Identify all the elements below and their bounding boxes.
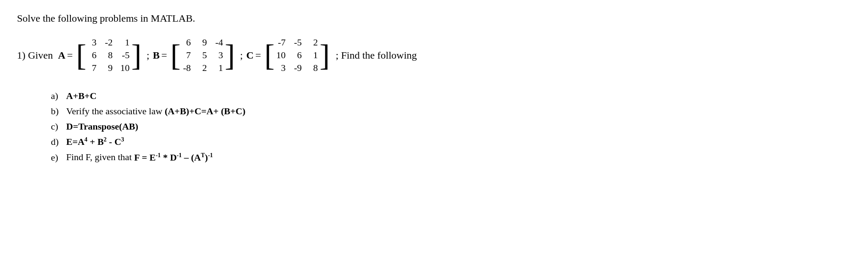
cell-b-11: 5: [199, 50, 207, 61]
matrix-b-eq: =: [161, 50, 167, 61]
sub-text-a: A+B+C: [66, 90, 97, 102]
cell-a-12: -5: [121, 50, 130, 61]
matrix-b: [ 6 9 -4 7 5 3 -8 2 1 ]: [171, 37, 235, 73]
separator-bc: ;: [240, 50, 243, 61]
matrix-a-label: A: [58, 50, 65, 61]
sub-item-c: c) D=Transpose(AB): [51, 121, 851, 132]
matrix-a-bracket-left: [: [76, 40, 87, 71]
matrix-b-cells: 6 9 -4 7 5 3 -8 2 1: [182, 37, 223, 73]
intro-label: Solve the following problems in MATLAB.: [17, 13, 195, 24]
sub-text-b: Verify the associative law (A+B)+C=A+ (B…: [66, 106, 246, 117]
cell-b-22: 1: [215, 62, 223, 73]
sub-label-e: e): [51, 152, 61, 163]
cell-c-22: 8: [309, 62, 318, 73]
matrix-b-bracket-right: ]: [225, 40, 235, 71]
sub-text-e: Find F, given that F = E-1 * D-1 – (AT)-…: [66, 152, 213, 163]
cell-b-21: 2: [199, 62, 207, 73]
cell-a-01: -2: [104, 37, 113, 48]
cell-b-10: 7: [182, 50, 191, 61]
separator-ab: ;: [147, 50, 150, 61]
cell-a-02: 1: [121, 37, 130, 48]
sub-item-d: d) E=A4 + B2 - C3: [51, 136, 851, 147]
cell-b-00: 6: [182, 37, 191, 48]
cell-c-21: -9: [293, 62, 302, 73]
find-text: ; Find the following: [336, 50, 417, 61]
intro-text: Solve the following problems in MATLAB.: [17, 13, 851, 24]
problem-1: 1) Given A = [ 3 -2 1 6 8 -5 7 9 10 ] ; …: [17, 37, 851, 73]
cell-a-22: 10: [120, 62, 130, 73]
cell-b-20: -8: [182, 62, 191, 73]
cell-c-10: 10: [276, 50, 286, 61]
matrix-c: [ -7 -5 2 10 6 1 3 -9 8 ]: [264, 37, 330, 73]
cell-b-01: 9: [199, 37, 207, 48]
sub-item-a: a) A+B+C: [51, 90, 851, 102]
cell-a-10: 6: [88, 50, 97, 61]
cell-c-02: 2: [309, 37, 318, 48]
cell-c-01: -5: [293, 37, 302, 48]
sub-label-d: d): [51, 136, 61, 147]
sub-item-e: e) Find F, given that F = E-1 * D-1 – (A…: [51, 152, 851, 163]
sub-text-c: D=Transpose(AB): [66, 121, 138, 132]
matrix-c-bracket-right: ]: [319, 40, 330, 71]
sub-label-a: a): [51, 90, 61, 102]
matrix-a-eq: =: [67, 50, 73, 61]
cell-c-20: 3: [277, 62, 286, 73]
matrix-c-label: C: [246, 50, 253, 61]
sub-item-b: b) Verify the associative law (A+B)+C=A+…: [51, 106, 851, 117]
cell-b-02: -4: [215, 37, 223, 48]
cell-c-12: 1: [309, 50, 318, 61]
matrix-c-eq: =: [255, 50, 261, 61]
sub-label-c: c): [51, 121, 61, 132]
matrix-a-bracket-right: ]: [132, 40, 142, 71]
problem-label: 1) Given: [17, 50, 53, 61]
matrix-c-cells: -7 -5 2 10 6 1 3 -9 8: [276, 37, 318, 73]
cell-a-11: 8: [104, 50, 113, 61]
cell-a-21: 9: [104, 62, 113, 73]
matrix-a-cells: 3 -2 1 6 8 -5 7 9 10: [88, 37, 130, 73]
cell-a-20: 7: [88, 62, 97, 73]
sub-problems: a) A+B+C b) Verify the associative law (…: [51, 90, 851, 163]
cell-c-11: 6: [293, 50, 302, 61]
cell-c-00: -7: [277, 37, 286, 48]
sub-text-d: E=A4 + B2 - C3: [66, 136, 124, 147]
matrix-a: [ 3 -2 1 6 8 -5 7 9 10 ]: [76, 37, 142, 73]
sub-label-b: b): [51, 106, 61, 117]
matrix-b-label: B: [153, 50, 160, 61]
cell-b-12: 3: [215, 50, 223, 61]
matrix-c-bracket-left: [: [264, 40, 274, 71]
cell-a-00: 3: [88, 37, 97, 48]
matrix-b-bracket-left: [: [171, 40, 181, 71]
main-content: Solve the following problems in MATLAB. …: [17, 13, 851, 163]
